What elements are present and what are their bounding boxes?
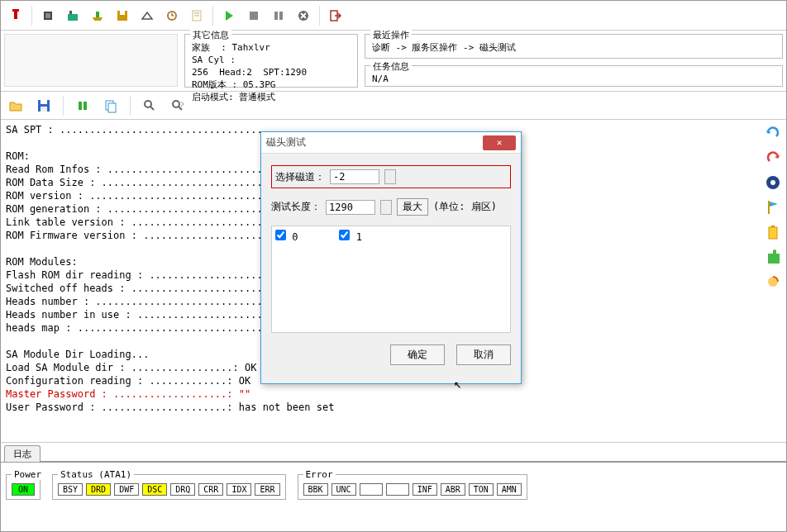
svg-rect-5 — [69, 11, 72, 14]
battery-icon[interactable] — [763, 222, 783, 242]
track-spinner[interactable] — [384, 169, 396, 184]
svg-point-26 — [145, 101, 151, 107]
err-inf: INF — [413, 483, 437, 496]
flag-icon[interactable] — [763, 197, 783, 217]
copy-icon[interactable] — [99, 94, 122, 117]
svg-rect-21 — [41, 107, 47, 112]
find-icon[interactable] — [138, 94, 161, 117]
undo-icon[interactable] — [763, 123, 783, 143]
tray-icon[interactable] — [86, 4, 109, 27]
svg-rect-4 — [68, 14, 78, 21]
svg-rect-25 — [108, 103, 116, 112]
svg-rect-3 — [45, 13, 50, 18]
svg-line-29 — [179, 107, 182, 110]
recent-ops-title: 最近操作 — [370, 29, 412, 41]
svg-line-27 — [150, 107, 154, 110]
status-bar: Power ON Status (ATA1) BSY DRD DWF DSC D… — [1, 462, 786, 503]
close-icon[interactable]: ✕ — [483, 135, 516, 150]
length-input[interactable] — [326, 200, 375, 215]
dialog-titlebar[interactable]: 磁头测试 ✕ — [261, 132, 521, 154]
svg-rect-34 — [771, 226, 775, 227]
unit-label: (单位: 扇区) — [433, 200, 497, 214]
task-info-panel: 任务信息 N/A — [365, 65, 783, 87]
task-info-title: 任务信息 — [370, 60, 412, 73]
head-test-dialog: 磁头测试 ✕ 选择磁道： 测试长度： 最大 (单位: 扇区) 0 1 确定 取消 — [260, 131, 522, 384]
open-icon[interactable] — [4, 94, 27, 117]
clock-icon[interactable] — [160, 4, 184, 27]
record-icon[interactable] — [763, 173, 783, 192]
head-checkboxes: 0 1 — [271, 226, 511, 333]
log-toolbar — [1, 92, 786, 120]
cancel-button[interactable]: 取消 — [456, 344, 511, 365]
status-dsc: DSC — [142, 483, 167, 496]
svg-rect-33 — [769, 227, 777, 239]
head-1-checkbox[interactable]: 1 — [339, 230, 361, 329]
tab-log[interactable]: 日志 — [4, 445, 41, 462]
info-row: 其它信息 家族 : Tahxlvr SA Cyl : 256 Head:2 SP… — [1, 31, 786, 92]
cancel-icon[interactable] — [292, 4, 315, 27]
status-drq: DRQ — [170, 483, 195, 496]
svg-rect-6 — [96, 12, 99, 17]
status-idx: IDX — [227, 483, 251, 496]
svg-rect-0 — [14, 11, 17, 19]
status-err: ERR — [255, 483, 279, 496]
svg-point-28 — [173, 101, 179, 107]
test-length-row: 测试长度： 最大 (单位: 扇区) — [271, 198, 511, 216]
pause-log-icon[interactable] — [71, 94, 94, 117]
svg-rect-22 — [79, 102, 82, 110]
test-length-label: 测试长度： — [271, 200, 321, 214]
status-crr: CRR — [198, 483, 223, 496]
find-next-icon[interactable] — [166, 94, 189, 117]
pause-icon[interactable] — [267, 4, 290, 27]
refresh-icon[interactable] — [763, 272, 783, 292]
svg-rect-8 — [120, 11, 125, 15]
svg-rect-15 — [274, 12, 278, 20]
select-track-row: 选择磁道： — [271, 165, 511, 188]
err-3 — [386, 483, 409, 496]
svg-rect-14 — [250, 12, 258, 20]
exit-icon[interactable] — [324, 4, 347, 27]
save-icon[interactable] — [32, 94, 55, 117]
track-input[interactable] — [330, 169, 379, 184]
puzzle-icon[interactable] — [763, 247, 783, 267]
pcb-icon[interactable] — [61, 4, 84, 27]
error-group: Error BBK UNC INF ABR TON AMN — [298, 474, 527, 500]
recent-ops-panel: 最近操作 诊断 -> 服务区操作 -> 磁头测试 — [365, 34, 783, 59]
svg-rect-23 — [83, 102, 87, 110]
err-abr: ABR — [441, 483, 465, 496]
other-info-panel: 其它信息 家族 : Tahxlvr SA Cyl : 256 Head:2 SP… — [184, 34, 358, 88]
tab-bar: 日志 — [1, 442, 786, 462]
status-dwf: DWF — [114, 483, 139, 496]
scan-icon[interactable] — [136, 4, 159, 27]
power-group: Power ON — [6, 474, 41, 500]
err-ton: TON — [469, 483, 494, 496]
main-toolbar — [1, 1, 786, 31]
svg-rect-20 — [41, 100, 47, 104]
play-icon[interactable] — [217, 4, 241, 27]
length-spinner[interactable] — [380, 200, 392, 215]
device-preview — [4, 34, 178, 87]
err-2 — [360, 483, 383, 496]
ata-status-group: Status (ATA1) BSY DRD DWF DSC DRQ CRR ID… — [52, 474, 286, 500]
status-bsy: BSY — [58, 483, 83, 496]
svg-rect-1 — [12, 9, 19, 12]
svg-rect-16 — [279, 12, 283, 20]
chip-icon[interactable] — [36, 4, 60, 27]
svg-rect-32 — [768, 201, 770, 214]
side-toolbar — [761, 123, 785, 292]
pin-icon[interactable] — [4, 4, 27, 27]
err-bbk: BBK — [303, 483, 328, 496]
svg-point-31 — [770, 180, 775, 185]
other-info-title: 其它信息 — [190, 29, 231, 41]
note-icon[interactable] — [185, 4, 208, 27]
redo-icon[interactable] — [763, 148, 783, 168]
ok-button[interactable]: 确定 — [390, 344, 445, 365]
dialog-title: 磁头测试 — [266, 135, 306, 150]
err-unc: UNC — [331, 483, 356, 496]
head-0-checkbox[interactable]: 0 — [275, 230, 298, 329]
err-amn: AMN — [497, 483, 522, 496]
max-button[interactable]: 最大 — [397, 198, 428, 216]
status-drd: DRD — [86, 483, 111, 496]
disk-icon[interactable] — [111, 4, 134, 27]
stop-icon[interactable] — [242, 4, 265, 27]
